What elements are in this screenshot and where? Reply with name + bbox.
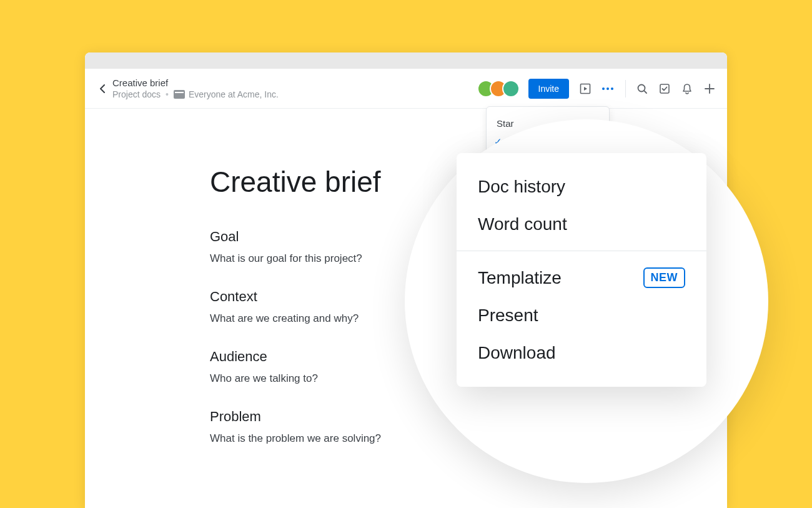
breadcrumb-separator: • <box>166 89 169 99</box>
svg-line-5 <box>644 91 646 93</box>
menu-item-word-count[interactable]: Word count <box>457 206 706 243</box>
menu-item-label: Download <box>478 343 556 363</box>
menu-item-label: Present <box>478 306 538 326</box>
svg-point-2 <box>607 87 609 90</box>
window-chrome <box>85 52 727 69</box>
svg-rect-6 <box>660 84 669 93</box>
zoom-menu-panel: Doc history Word count Templatize NEW Pr… <box>457 153 706 387</box>
present-icon[interactable] <box>579 82 592 95</box>
invite-button[interactable]: Invite <box>528 79 569 99</box>
svg-point-3 <box>611 87 613 90</box>
tasks-icon[interactable] <box>658 82 671 95</box>
folder-icon <box>174 90 185 99</box>
more-menu-button[interactable] <box>602 82 614 95</box>
header-divider <box>625 80 626 97</box>
avatar[interactable] <box>502 80 520 97</box>
menu-divider <box>457 251 706 251</box>
menu-item-present[interactable]: Present <box>457 297 706 334</box>
breadcrumb-folder[interactable]: Project docs <box>112 89 161 99</box>
header-titles: Creative brief Project docs • Everyone a… <box>112 77 279 99</box>
search-icon[interactable] <box>636 82 648 95</box>
breadcrumb: Project docs • Everyone at Acme, Inc. <box>112 89 279 99</box>
menu-item-label: Templatize <box>478 268 562 288</box>
menu-item-label: Doc history <box>478 177 565 197</box>
menu-item-doc-history[interactable]: Doc history <box>457 168 706 206</box>
new-badge: NEW <box>643 267 686 288</box>
breadcrumb-share[interactable]: Everyone at Acme, Inc. <box>189 89 279 99</box>
svg-point-1 <box>602 87 605 90</box>
menu-item-download[interactable]: Download <box>457 334 706 372</box>
header-bar: Creative brief Project docs • Everyone a… <box>85 69 727 109</box>
menu-item-templatize[interactable]: Templatize NEW <box>457 259 706 297</box>
back-button[interactable] <box>96 82 109 95</box>
avatar-stack[interactable] <box>477 80 520 97</box>
notifications-icon[interactable] <box>681 82 693 95</box>
doc-title[interactable]: Creative brief <box>112 77 279 88</box>
new-doc-icon[interactable] <box>703 82 716 95</box>
menu-item-label: Word count <box>478 214 567 234</box>
